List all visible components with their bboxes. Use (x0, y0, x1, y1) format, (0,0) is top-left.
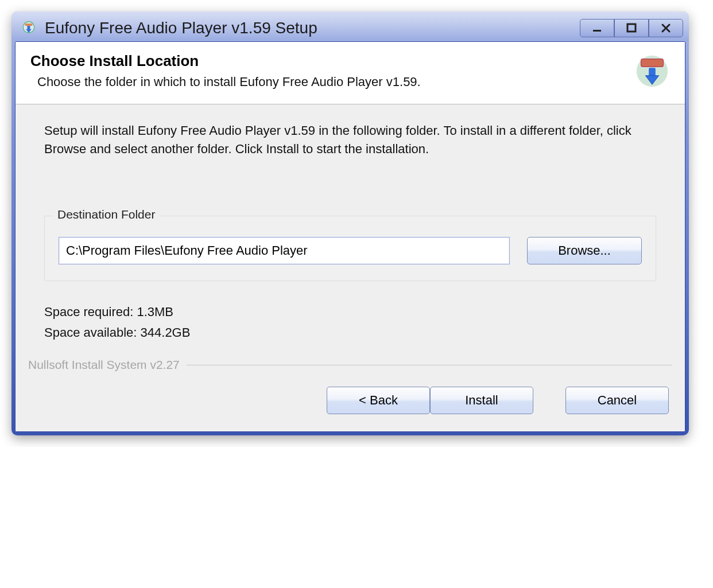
destination-folder-legend: Destination Folder (53, 208, 160, 221)
maximize-button[interactable] (614, 19, 649, 37)
window-title: Eufony Free Audio Player v1.59 Setup (45, 19, 580, 37)
svg-rect-5 (627, 24, 636, 32)
destination-folder-group: Destination Folder Browse... (44, 216, 656, 281)
page-title: Choose Install Location (30, 52, 623, 70)
back-button[interactable]: < Back (327, 387, 430, 414)
minimize-button[interactable] (580, 19, 614, 37)
app-icon (21, 20, 37, 36)
page-body: Setup will install Eufony Free Audio Pla… (16, 104, 685, 350)
space-available-text: Space available: 344.2GB (44, 322, 656, 343)
wizard-buttons: < Back Install Cancel (16, 372, 685, 431)
separator-line (187, 365, 672, 365)
svg-rect-8 (641, 59, 664, 67)
browse-button[interactable]: Browse... (527, 237, 642, 264)
instructions-text: Setup will install Eufony Free Audio Pla… (44, 122, 656, 158)
install-button[interactable]: Install (430, 387, 533, 414)
page-header: Choose Install Location Choose the folde… (16, 42, 685, 104)
titlebar[interactable]: Eufony Free Audio Player v1.59 Setup (15, 15, 685, 41)
svg-rect-3 (25, 24, 33, 26)
installer-logo-icon (634, 54, 670, 90)
page-subtitle: Choose the folder in which to install Eu… (30, 75, 623, 89)
nsis-branding: Nullsoft Install System v2.27 (28, 358, 187, 372)
installer-window: Eufony Free Audio Player v1.59 Setup Cho… (11, 11, 689, 435)
close-button[interactable] (649, 19, 683, 37)
cancel-button[interactable]: Cancel (565, 387, 669, 414)
client-area: Choose Install Location Choose the folde… (15, 41, 685, 432)
footer-separator: Nullsoft Install System v2.27 (16, 358, 685, 372)
disk-space-info: Space required: 1.3MB Space available: 3… (44, 302, 656, 344)
space-required-text: Space required: 1.3MB (44, 302, 656, 322)
window-controls (580, 19, 683, 37)
svg-rect-4 (593, 30, 601, 32)
install-path-input[interactable] (59, 237, 510, 264)
